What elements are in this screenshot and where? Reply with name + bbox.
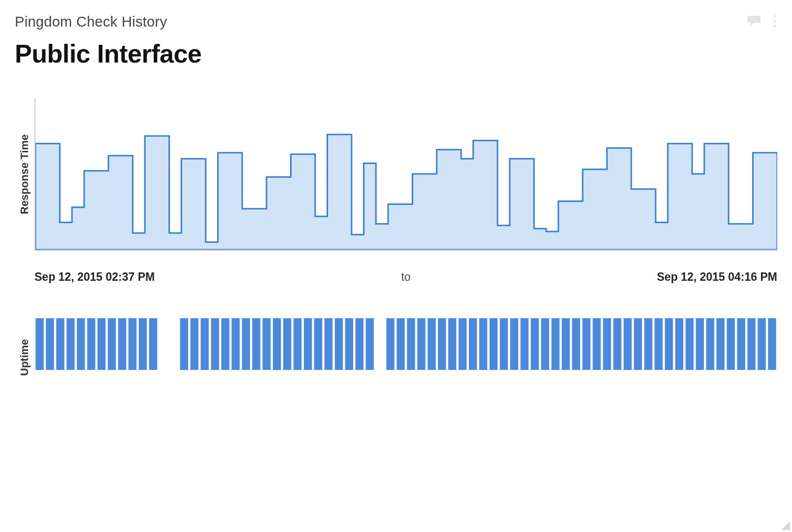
svg-rect-29 [325, 318, 332, 370]
svg-rect-23 [263, 318, 270, 370]
svg-rect-10 [108, 318, 116, 370]
uptime-chart: Uptime [15, 318, 777, 397]
svg-rect-20 [231, 318, 239, 370]
svg-rect-57 [624, 318, 631, 370]
svg-rect-44 [490, 318, 497, 370]
svg-rect-46 [510, 318, 518, 370]
svg-rect-45 [500, 318, 508, 370]
svg-rect-16 [190, 318, 198, 370]
svg-rect-4 [46, 318, 54, 370]
svg-rect-36 [407, 318, 415, 370]
svg-rect-25 [283, 318, 291, 370]
svg-rect-35 [396, 318, 404, 370]
svg-rect-5 [56, 318, 64, 370]
resize-handle-icon[interactable] [781, 521, 790, 530]
header-row: Pingdom Check History [15, 14, 777, 30]
svg-rect-15 [180, 318, 188, 370]
svg-rect-34 [386, 318, 394, 370]
svg-rect-66 [717, 318, 725, 370]
svg-rect-59 [644, 318, 652, 370]
svg-rect-9 [98, 318, 105, 370]
svg-rect-12 [129, 318, 136, 370]
svg-rect-8 [87, 318, 95, 370]
svg-rect-53 [582, 318, 590, 370]
svg-point-1 [773, 20, 776, 22]
svg-rect-49 [541, 318, 549, 370]
svg-rect-71 [768, 318, 776, 370]
svg-rect-30 [335, 318, 343, 370]
page-title: Public Interface [15, 39, 777, 68]
svg-rect-47 [521, 318, 528, 370]
svg-rect-21 [242, 318, 250, 370]
svg-rect-61 [665, 318, 673, 370]
svg-rect-41 [459, 318, 466, 370]
response-time-canvas[interactable] [34, 98, 777, 251]
date-to-label: to [401, 270, 410, 284]
kebab-menu-icon[interactable] [772, 14, 777, 30]
svg-rect-67 [727, 318, 735, 370]
svg-rect-55 [603, 318, 611, 370]
svg-rect-24 [273, 318, 281, 370]
svg-rect-48 [531, 318, 539, 370]
svg-rect-3 [35, 318, 43, 370]
svg-rect-54 [593, 318, 600, 370]
svg-rect-63 [686, 318, 693, 370]
response-time-ylabel: Response Time [15, 98, 34, 251]
uptime-ylabel: Uptime [15, 318, 34, 397]
svg-rect-13 [139, 318, 147, 370]
svg-rect-52 [572, 318, 580, 370]
date-from: Sep 12, 2015 02:37 PM [34, 270, 155, 284]
svg-rect-18 [211, 318, 219, 370]
svg-point-0 [773, 15, 776, 17]
svg-rect-56 [613, 318, 621, 370]
svg-rect-17 [200, 318, 208, 370]
svg-rect-19 [221, 318, 229, 370]
svg-rect-33 [366, 318, 374, 370]
date-to: Sep 12, 2015 04:16 PM [657, 270, 777, 284]
svg-rect-32 [356, 318, 363, 370]
svg-rect-42 [469, 318, 477, 370]
svg-rect-64 [696, 318, 704, 370]
svg-rect-7 [77, 318, 85, 370]
date-range-row: Sep 12, 2015 02:37 PM to Sep 12, 2015 04… [34, 270, 777, 284]
svg-rect-11 [118, 318, 126, 370]
svg-rect-26 [294, 318, 301, 370]
svg-rect-6 [66, 318, 74, 370]
svg-rect-27 [304, 318, 312, 370]
svg-rect-22 [252, 318, 260, 370]
svg-rect-38 [428, 318, 435, 370]
svg-rect-51 [561, 318, 569, 370]
svg-rect-43 [479, 318, 487, 370]
svg-rect-62 [675, 318, 683, 370]
uptime-canvas[interactable] [34, 318, 777, 397]
svg-rect-58 [634, 318, 642, 370]
svg-rect-40 [448, 318, 456, 370]
svg-rect-60 [655, 318, 662, 370]
svg-rect-69 [747, 318, 755, 370]
svg-rect-68 [737, 318, 745, 370]
svg-rect-14 [149, 318, 157, 370]
svg-rect-50 [552, 318, 560, 370]
svg-point-2 [773, 25, 776, 27]
response-time-chart: Response Time [15, 98, 777, 251]
svg-rect-39 [438, 318, 446, 370]
svg-rect-70 [758, 318, 765, 370]
svg-rect-37 [417, 318, 425, 370]
breadcrumb: Pingdom Check History [15, 14, 167, 30]
svg-rect-65 [706, 318, 714, 370]
svg-rect-28 [314, 318, 322, 370]
header-actions [747, 14, 777, 30]
svg-rect-31 [345, 318, 353, 370]
comment-icon[interactable] [747, 15, 761, 30]
